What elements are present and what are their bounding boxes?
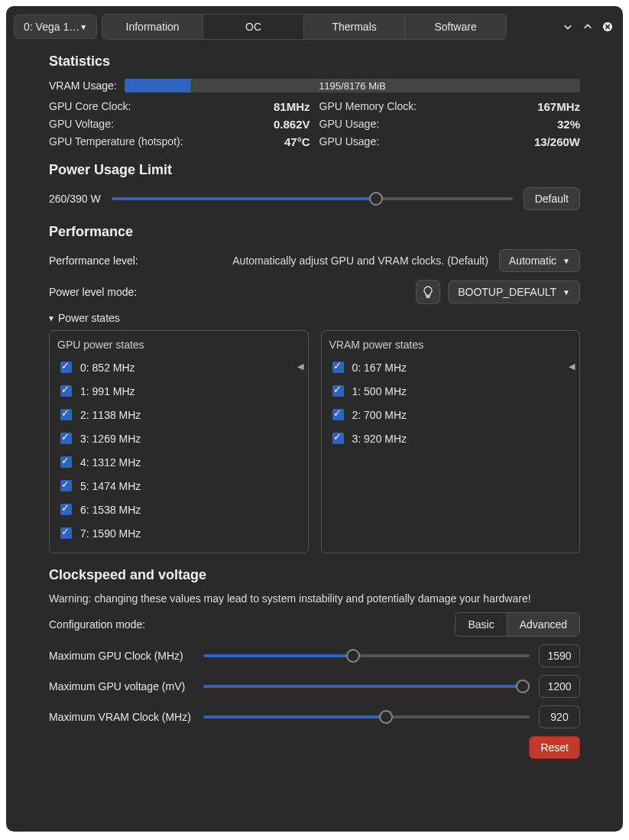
gpu-state-checkbox[interactable] xyxy=(60,433,72,444)
clockspeed-warning: Warning: changing these values may lead … xyxy=(49,592,580,605)
gpu-state-row: 5: 1474 MHz xyxy=(57,474,300,498)
stat-mem-clock-label: GPU Memory Clock: xyxy=(319,100,457,113)
vram-usage-row: VRAM Usage: 1195/8176 MiB xyxy=(49,79,580,92)
max-gpu-voltage-label: Maximum GPU voltage (mV) xyxy=(49,680,194,692)
vram-state-label: 2: 700 MHz xyxy=(352,409,407,421)
gpu-power-states-title: GPU power states xyxy=(57,336,300,355)
max-vram-clock-value[interactable]: 920 xyxy=(539,705,580,728)
gpu-state-label: 1: 991 MHz xyxy=(80,385,135,397)
performance-level-dropdown[interactable]: Automatic ▼ xyxy=(499,249,580,272)
power-limit-slider[interactable] xyxy=(112,191,513,206)
stat-temp-label: GPU Temperature (hotspot): xyxy=(49,135,186,148)
max-gpu-clock-value[interactable]: 1590 xyxy=(539,644,580,667)
app-window: 0: Vega 1… ▼ Information OC Thermals Sof… xyxy=(6,6,623,832)
config-mode-advanced[interactable]: Advanced xyxy=(507,613,579,636)
max-gpu-clock-row: Maximum GPU Clock (MHz) 1590 xyxy=(49,644,580,667)
gpu-selector[interactable]: 0: Vega 1… ▼ xyxy=(14,15,97,39)
gpu-state-row: 7: 1590 MHz xyxy=(57,521,300,545)
stat-mem-clock-val: 167MHz xyxy=(466,100,581,113)
gpu-state-label: 4: 1312 MHz xyxy=(80,456,141,469)
triangle-down-icon: ▼ xyxy=(47,314,55,323)
vram-state-label: 3: 920 MHz xyxy=(352,433,407,445)
vram-state-checkbox[interactable] xyxy=(332,362,344,373)
performance-heading: Performance xyxy=(49,224,580,240)
close-icon[interactable] xyxy=(600,19,615,34)
chevron-down-icon: ▼ xyxy=(79,23,87,31)
power-mode-dropdown[interactable]: BOOTUP_DEFAULT ▼ xyxy=(448,281,580,303)
tab-information[interactable]: Information xyxy=(102,15,203,39)
gpu-state-checkbox[interactable] xyxy=(60,456,72,468)
power-limit-heading: Power Usage Limit xyxy=(49,162,580,178)
vram-usage-label: VRAM Usage: xyxy=(49,79,117,92)
vram-state-label: 0: 167 MHz xyxy=(352,362,407,374)
performance-level-label: Performance level: xyxy=(49,255,138,267)
power-states-disclosure[interactable]: ▼ Power states xyxy=(47,312,580,324)
stat-usage-label: GPU Usage: xyxy=(319,118,457,131)
config-mode-segment: Basic Advanced xyxy=(455,612,580,637)
vram-state-row: 1: 500 MHz xyxy=(329,379,572,403)
reset-button[interactable]: Reset xyxy=(529,736,580,759)
power-mode-value: BOOTUP_DEFAULT xyxy=(458,286,556,298)
gpu-state-checkbox[interactable] xyxy=(60,362,72,373)
vram-state-checkbox[interactable] xyxy=(332,409,344,420)
statistics-heading: Statistics xyxy=(49,54,580,70)
triangle-left-icon[interactable]: ◀ xyxy=(297,362,303,371)
gpu-state-label: 3: 1269 MHz xyxy=(80,433,141,445)
tab-oc[interactable]: OC xyxy=(203,15,304,39)
vram-power-states-box: VRAM power states ◀ 0: 167 MHz1: 500 MHz… xyxy=(321,330,581,553)
stat-usage-val: 32% xyxy=(466,118,581,131)
gpu-state-row: 4: 1312 MHz xyxy=(57,450,300,474)
gpu-state-checkbox[interactable] xyxy=(60,480,72,491)
lightbulb-icon[interactable] xyxy=(416,280,440,304)
power-mode-label: Power level mode: xyxy=(49,286,137,298)
clockspeed-heading: Clockspeed and voltage xyxy=(49,567,580,583)
gpu-state-label: 6: 1538 MHz xyxy=(80,504,141,516)
gpu-state-checkbox[interactable] xyxy=(60,385,72,397)
power-states-label: Power states xyxy=(58,312,120,324)
vram-state-checkbox[interactable] xyxy=(332,385,344,397)
stat-core-clock-label: GPU Core Clock: xyxy=(49,100,186,113)
power-states-columns: GPU power states ◀ 0: 852 MHz1: 991 MHz2… xyxy=(49,330,580,553)
vram-state-row: 0: 167 MHz xyxy=(329,355,572,379)
config-mode-basic[interactable]: Basic xyxy=(456,613,507,636)
max-gpu-voltage-value[interactable]: 1200 xyxy=(539,675,580,698)
gpu-state-checkbox[interactable] xyxy=(60,504,72,515)
vram-usage-bar: 1195/8176 MiB xyxy=(125,79,580,92)
gpu-state-label: 0: 852 MHz xyxy=(80,362,135,374)
content: Statistics VRAM Usage: 1195/8176 MiB GPU… xyxy=(14,54,615,759)
max-gpu-clock-label: Maximum GPU Clock (MHz) xyxy=(49,650,194,662)
max-vram-clock-slider[interactable] xyxy=(203,709,530,725)
stat-power-val: 13/260W xyxy=(466,135,581,148)
triangle-left-icon[interactable]: ◀ xyxy=(569,362,575,371)
vram-state-row: 2: 700 MHz xyxy=(329,403,572,426)
vram-state-label: 1: 500 MHz xyxy=(352,385,407,397)
config-mode-label: Configuration mode: xyxy=(49,618,145,631)
tab-software[interactable]: Software xyxy=(405,15,506,39)
gpu-state-row: 3: 1269 MHz xyxy=(57,426,300,450)
stat-grid: GPU Core Clock: 81MHz GPU Memory Clock: … xyxy=(49,100,580,148)
power-limit-default-button[interactable]: Default xyxy=(524,187,580,210)
stat-voltage-val: 0.862V xyxy=(196,118,310,131)
tab-thermals[interactable]: Thermals xyxy=(304,15,405,39)
gpu-power-states-box: GPU power states ◀ 0: 852 MHz1: 991 MHz2… xyxy=(49,330,309,553)
stat-power-label: GPU Usage: xyxy=(319,135,457,148)
tablist: Information OC Thermals Software xyxy=(102,14,507,40)
gpu-state-checkbox[interactable] xyxy=(60,527,72,539)
chevron-down-icon: ▼ xyxy=(563,257,570,265)
power-mode-row: Power level mode: BOOTUP_DEFAULT ▼ xyxy=(49,280,580,304)
vram-state-checkbox[interactable] xyxy=(332,433,344,444)
gpu-state-checkbox[interactable] xyxy=(60,409,72,420)
max-gpu-clock-slider[interactable] xyxy=(203,648,530,663)
chevron-up-icon[interactable] xyxy=(580,19,595,34)
performance-level-desc: Automatically adjust GPU and VRAM clocks… xyxy=(146,255,491,267)
max-gpu-voltage-slider[interactable] xyxy=(203,679,530,694)
power-limit-text: 260/390 W xyxy=(49,193,101,205)
config-mode-row: Configuration mode: Basic Advanced xyxy=(49,612,580,637)
performance-level-row: Performance level: Automatically adjust … xyxy=(49,249,580,272)
gpu-state-label: 7: 1590 MHz xyxy=(80,527,141,540)
stat-voltage-label: GPU Voltage: xyxy=(49,118,186,131)
performance-level-value: Automatic xyxy=(509,255,556,267)
vram-usage-text: 1195/8176 MiB xyxy=(125,79,580,92)
chevron-down-icon[interactable] xyxy=(560,19,576,34)
max-vram-clock-row: Maximum VRAM Clock (MHz) 920 xyxy=(49,705,580,728)
